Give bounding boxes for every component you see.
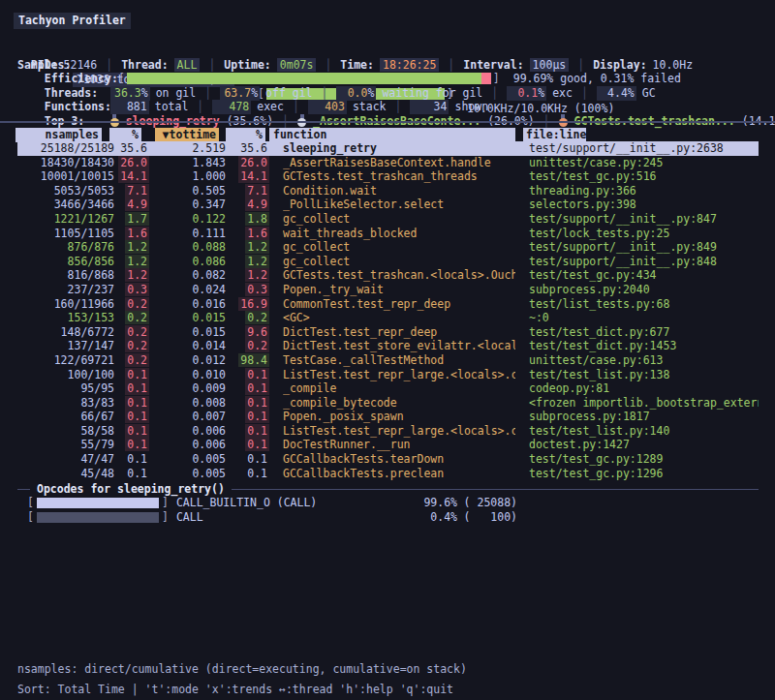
table-header: nsamples % ▼tottime % function file:line — [0, 128, 775, 142]
table-row[interactable]: ▶ 58/58 0.1 0.006 0.1 ListTest.test_repr… — [17, 424, 759, 439]
bar-close-bracket: ] — [162, 496, 169, 510]
cell-direct-pct: 35.6 — [114, 141, 149, 156]
cell-file-line: test/list_tests.py:68 — [529, 297, 759, 312]
column-header-nsamples[interactable]: nsamples — [16, 128, 102, 142]
cell-function: DocTestRunner.__run — [283, 438, 515, 452]
table-row[interactable]: ▶ 816/868 1.2 0.082 1.2 GCTests.test_tra… — [17, 268, 759, 283]
cell-function: _compile — [283, 381, 515, 396]
opcode-stats: 0.4%( 100) — [405, 510, 517, 525]
cell-cumulative-pct: 26.0 — [226, 156, 269, 170]
cell-nsamples: 25188/25189 — [17, 141, 114, 156]
cell-nsamples: 160/11966 — [17, 297, 114, 312]
cell-cumulative-pct: 0.1 — [226, 467, 269, 481]
cell-cumulative-pct: 35.6 — [226, 141, 269, 156]
column-header-cumulative-pct[interactable]: % — [226, 128, 265, 142]
table-row[interactable]: ▶ 3466/3466 4.9 0.347 4.9 _PollLikeSelec… — [17, 198, 759, 212]
table-row[interactable]: ▶ 55/79 0.1 0.006 0.1 DocTestRunner.__ru… — [17, 438, 759, 452]
cell-nsamples: 95/95 — [17, 381, 114, 396]
table-row[interactable]: ▶ 10001/10015 14.1 1.000 14.1 GCTests.te… — [17, 169, 759, 184]
cell-tottime: 0.505 — [149, 184, 226, 198]
table-row[interactable]: ▶ 5053/5053 7.1 0.505 7.1 Condition.wait… — [17, 184, 759, 198]
cell-function: Popen._try_wait — [283, 283, 515, 297]
table-row[interactable]: ▶ 856/856 1.2 0.086 1.2 gc_collect test/… — [17, 255, 759, 269]
cell-nsamples: 237/237 — [17, 283, 114, 297]
column-header-tottime-sorted[interactable]: ▼tottime — [155, 128, 219, 142]
cell-function: TestCase._callTestMethod — [283, 353, 515, 368]
table-row[interactable]: ▶ 83/83 0.1 0.008 0.1 _compile_bytecode … — [17, 396, 759, 411]
cell-tottime: 0.014 — [149, 339, 226, 353]
cell-tottime: 0.009 — [149, 381, 226, 396]
column-header-file-line[interactable]: file:line — [523, 128, 586, 142]
table-row[interactable]: ▶ 876/876 1.2 0.088 1.2 gc_collect test/… — [17, 240, 759, 255]
cell-file-line: threading.py:366 — [529, 184, 759, 198]
cell-file-line: test/lock_tests.py:25 — [529, 227, 759, 241]
cell-tottime: 0.122 — [149, 212, 226, 227]
cell-direct-pct: 1.2 — [114, 255, 149, 269]
cell-function: <GC> — [283, 311, 515, 325]
cell-function: gc_collect — [283, 255, 515, 269]
table-row[interactable]: ▶ 148/6772 0.2 0.015 9.6 DictTest.test_r… — [17, 325, 759, 340]
table-row[interactable]: ▶ 122/69721 0.2 0.012 98.4 TestCase._cal… — [17, 353, 759, 368]
cell-direct-pct: 0.2 — [114, 325, 149, 340]
table-row[interactable]: ▶ 160/11966 0.2 0.016 16.9 CommonTest.te… — [17, 297, 759, 312]
samples-row: Samples: 71038 total (10000.4/s) [] 10.0… — [0, 44, 775, 58]
cell-nsamples: 5053/5053 — [17, 184, 114, 198]
table-row[interactable]: ▶ 153/153 0.2 0.015 0.2 <GC> ~:0 — [17, 311, 759, 325]
table-row[interactable]: ▶ 25188/25189 35.6 2.519 35.6 sleeping_r… — [17, 141, 759, 156]
cell-cumulative-pct: 0.3 — [226, 283, 269, 297]
cell-tottime: 0.024 — [149, 283, 226, 297]
cell-cumulative-pct: 1.2 — [226, 240, 269, 255]
function-table: ▶ 25188/25189 35.6 2.519 35.6 sleeping_r… — [17, 141, 759, 480]
cell-tottime: 0.010 — [149, 368, 226, 382]
table-row[interactable]: ▶ 47/47 0.1 0.005 0.1 GCCallbackTests.te… — [17, 452, 759, 467]
cell-file-line: test/test_gc.py:1296 — [529, 467, 759, 481]
table-row[interactable]: ▶ 237/237 0.3 0.024 0.3 Popen._try_wait … — [17, 283, 759, 297]
cell-file-line: test/support/__init__.py:848 — [529, 255, 759, 269]
cell-nsamples: 100/100 — [17, 368, 114, 382]
cell-file-line: <frozen importlib._bootstrap_externa — [529, 396, 759, 411]
cell-function: GCTests.test_trashcan_threads — [283, 169, 515, 184]
cell-function: CommonTest.test_repr_deep — [283, 297, 515, 312]
cell-direct-pct: 0.1 — [114, 452, 149, 467]
cell-direct-pct: 0.1 — [114, 410, 149, 424]
table-separator — [0, 121, 775, 123]
cell-nsamples: 816/868 — [17, 268, 114, 283]
cell-file-line: test/test_list.py:140 — [529, 424, 759, 439]
bar-close-bracket: ] — [162, 510, 169, 525]
cell-function: Popen._posix_spawn — [283, 410, 515, 424]
cell-nsamples: 3466/3466 — [17, 198, 114, 212]
cell-nsamples: 58/58 — [17, 424, 114, 439]
cell-file-line: test/support/__init__.py:847 — [529, 212, 759, 227]
cell-function: _PollLikeSelector.select — [283, 198, 515, 212]
cell-function: ListTest.test_repr_large.<locals>.c... — [283, 424, 515, 439]
cell-tottime: 0.086 — [149, 255, 226, 269]
column-header-direct-pct[interactable]: % — [109, 128, 141, 142]
cell-cumulative-pct: 0.1 — [226, 452, 269, 467]
cell-file-line: selectors.py:398 — [529, 198, 759, 212]
opcode-name: CALL_BUILTIN_O (CALL) — [176, 496, 317, 510]
cell-direct-pct: 1.6 — [114, 227, 149, 241]
cell-nsamples: 148/6772 — [17, 325, 114, 340]
table-row[interactable]: ▶ 95/95 0.1 0.009 0.1 _compile codeop.py… — [17, 381, 759, 396]
tachyon-profiler-screen: Tachyon Profiler PID:52146Thread:ALLUpti… — [0, 0, 775, 700]
column-header-function[interactable]: function — [269, 128, 515, 142]
cell-direct-pct: 4.9 — [114, 198, 149, 212]
medal-icon — [559, 114, 568, 127]
cell-cumulative-pct: 14.1 — [226, 169, 269, 184]
cell-nsamples: 45/48 — [17, 467, 114, 481]
cell-function: GCTests.test_trashcan.<locals>.Ouch... — [283, 268, 515, 283]
table-row[interactable]: ▶ 100/100 0.1 0.010 0.1 ListTest.test_re… — [17, 368, 759, 382]
table-row[interactable]: ▶ 45/48 0.1 0.005 0.1 GCCallbackTests.pr… — [17, 467, 759, 481]
cell-file-line: subprocess.py:1817 — [529, 410, 759, 424]
table-row[interactable]: ▶ 66/67 0.1 0.007 0.1 Popen._posix_spawn… — [17, 410, 759, 424]
table-row[interactable]: ▶ 1221/1267 1.7 0.122 1.8 gc_collect tes… — [17, 212, 759, 227]
table-row[interactable]: ▶ 137/147 0.2 0.014 0.2 DictTest.test_st… — [17, 339, 759, 353]
cell-direct-pct: 14.1 — [114, 169, 149, 184]
cell-nsamples: 83/83 — [17, 396, 114, 411]
cell-cumulative-pct: 7.1 — [226, 184, 269, 198]
app-title: Tachyon Profiler — [14, 13, 131, 29]
table-row[interactable]: ▶ 1105/1105 1.6 0.111 1.6 wait_threads_b… — [17, 227, 759, 241]
cell-function: gc_collect — [283, 212, 515, 227]
table-row[interactable]: ▶ 18430/18430 26.0 1.843 26.0 _AssertRai… — [17, 156, 759, 170]
cell-nsamples: 66/67 — [17, 410, 114, 424]
